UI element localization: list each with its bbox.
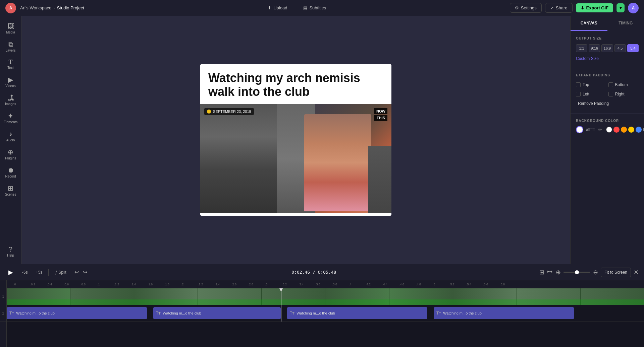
split-button[interactable]: ⧸ Split xyxy=(53,269,69,276)
text-clip-3[interactable]: Tᴛ Watching m...o the club xyxy=(287,307,427,319)
swatch-white[interactable] xyxy=(606,127,612,133)
swatch-yellow[interactable] xyxy=(628,127,634,133)
sidebar-label-elements: Elements xyxy=(4,120,18,124)
swatch-gray[interactable] xyxy=(643,127,644,133)
redo-button[interactable]: ↪ xyxy=(82,268,89,277)
text-clip-icon-3: Tᴛ xyxy=(290,311,294,316)
padding-top-button[interactable]: Top xyxy=(576,81,606,88)
expand-padding-section: EXPAND PADDING Top Bottom Left Right xyxy=(571,68,644,114)
sidebar-label-audio: Audio xyxy=(6,138,15,142)
workspace-name[interactable]: Ari's Workspace xyxy=(20,5,51,10)
text-clip-4[interactable]: Tᴛ Watching m...o the club xyxy=(434,307,574,319)
zoom-in-button[interactable]: ⊕ xyxy=(556,269,561,276)
zoom-out-button[interactable]: ⊖ xyxy=(593,269,598,276)
ruler-mark-58: :5.8 xyxy=(500,283,517,286)
swatch-blue[interactable] xyxy=(636,127,642,133)
remove-padding-label: Remove Padding xyxy=(578,101,609,106)
video-track xyxy=(7,288,644,305)
text-clip-1[interactable]: Tᴛ Watching m...o the club xyxy=(7,307,147,319)
size-9-16[interactable]: 9:16 xyxy=(589,44,600,52)
user-avatar[interactable]: A xyxy=(628,3,639,13)
fit-to-screen-button[interactable]: Fit to Screen xyxy=(601,268,631,277)
plugins-icon: ⊕ xyxy=(8,149,13,155)
zoom-slider[interactable] xyxy=(564,272,590,273)
zoom-grid-button[interactable]: ⊞ xyxy=(539,269,544,276)
media-icon: 🖼 xyxy=(7,23,14,29)
custom-size-button[interactable]: Custom Size xyxy=(576,55,599,62)
edit-color-icon[interactable]: ✏ xyxy=(598,127,602,132)
bg-color-title: BACKGROUND COLOR xyxy=(576,119,639,123)
size-1-1[interactable]: 1:1 xyxy=(576,44,587,52)
remove-padding-button[interactable]: Remove Padding xyxy=(576,99,609,108)
topbar: A Ari's Workspace › Studio Project ⬆ Upl… xyxy=(0,0,644,16)
skip-forward-button[interactable]: +5s xyxy=(34,269,45,276)
swatch-red[interactable] xyxy=(613,127,620,133)
tab-canvas[interactable]: CANVAS xyxy=(571,16,607,31)
settings-button[interactable]: ⚙ Settings xyxy=(510,3,542,13)
sidebar-item-videos[interactable]: ▶ Videos xyxy=(1,74,20,90)
date-dot xyxy=(207,110,211,114)
video-date-overlay: SEPTEMBER 23, 2019 xyxy=(204,108,254,115)
sidebar-item-plugins[interactable]: ⊕ Plugins xyxy=(1,146,20,163)
export-gif-button[interactable]: ⬇ Export GIF xyxy=(576,3,613,12)
project-name[interactable]: Studio Project xyxy=(57,5,84,10)
ruler-mark-46: :4.6 xyxy=(399,283,416,286)
color-swatches xyxy=(606,127,644,133)
timeline-ruler: :0 :0.2 :0.4 :0.6 :0.8 :1 :1.2 :1.4 :1.6… xyxy=(7,280,644,288)
color-row: #ffffff ✏ xyxy=(576,126,639,133)
text-clip-2[interactable]: Tᴛ Watching m...o the club xyxy=(153,307,281,319)
undo-button[interactable]: ↩ xyxy=(73,268,80,277)
sidebar-item-text[interactable]: T Text xyxy=(1,56,20,72)
track-content-area: :0 :0.2 :0.4 :0.6 :0.8 :1 :1.2 :1.4 :1.6… xyxy=(7,280,644,347)
video-date-text: SEPTEMBER 23, 2019 xyxy=(213,110,251,114)
subtitles-button[interactable]: ▤ Subtitles xyxy=(299,3,330,12)
playhead xyxy=(281,288,281,305)
sidebar-item-images[interactable]: 🏞 Images xyxy=(1,92,20,109)
canvas-wrapper: Watching my arch nemisis walk into the c… xyxy=(200,64,391,216)
sidebar-item-media[interactable]: 🖼 Media xyxy=(1,20,20,37)
export-dropdown-button[interactable]: ▾ xyxy=(616,3,625,12)
tab-timing[interactable]: TIMING xyxy=(607,16,644,31)
ruler-mark-22: :2.2 xyxy=(198,283,215,286)
share-button[interactable]: ↗ Share xyxy=(545,3,573,13)
waveform xyxy=(7,299,644,305)
right-panel: CANVAS TIMING OUTPUT SIZE 1:1 9:16 16:9 … xyxy=(570,16,644,264)
skip-back-button[interactable]: -5s xyxy=(20,269,30,276)
size-16-9[interactable]: 16:9 xyxy=(601,44,613,52)
ruler-mark-52: :5.2 xyxy=(449,283,466,286)
play-button[interactable]: ▶ xyxy=(5,267,16,278)
ruler-mark-42: :4.2 xyxy=(366,283,382,286)
active-color-swatch[interactable] xyxy=(576,126,583,133)
size-4-5[interactable]: 4:5 xyxy=(614,44,626,52)
swatch-orange[interactable] xyxy=(621,127,627,133)
close-timeline-button[interactable]: ✕ xyxy=(634,269,639,276)
sidebar-item-help[interactable]: ? Help xyxy=(1,243,20,260)
timeline-controls: ▶ -5s +5s ⧸ Split ↩ ↪ 0:02.46 / 0:05.48 … xyxy=(0,264,644,280)
sidebar-item-scenes[interactable]: ⊞ Scenes xyxy=(1,182,20,199)
ruler-mark-54: :5.4 xyxy=(466,283,483,286)
color-hex-value: #ffffff xyxy=(586,127,595,132)
output-size-section: OUTPUT SIZE 1:1 9:16 16:9 4:5 5:4 Custom… xyxy=(571,31,644,68)
subtitles-icon: ▤ xyxy=(303,5,307,10)
sidebar-item-elements[interactable]: ✦ Elements xyxy=(1,110,20,127)
sidebar-label-plugins: Plugins xyxy=(5,156,16,160)
upload-button[interactable]: ⬆ Upload xyxy=(264,3,291,12)
left-sidebar: 🖼 Media ⧉ Layers T Text ▶ Videos 🏞 Image… xyxy=(0,16,21,264)
ruler-mark-28: :2.8 xyxy=(248,283,265,286)
ruler-mark-5: :5 xyxy=(433,283,449,286)
video-track-bar[interactable] xyxy=(7,288,644,305)
padding-right-button[interactable]: Right xyxy=(608,90,639,98)
tag-now: NOW xyxy=(374,108,387,114)
ruler-mark-0: :0 xyxy=(13,283,30,286)
padding-bottom-button[interactable]: Bottom xyxy=(608,81,639,88)
record-icon: ⏺ xyxy=(7,167,14,174)
empty-track-area xyxy=(7,322,644,347)
zoom-split-button[interactable]: ⧿ xyxy=(547,269,553,276)
ruler-mark-04: :0.4 xyxy=(47,283,64,286)
sidebar-item-record[interactable]: ⏺ Record xyxy=(1,164,20,181)
padding-left-button[interactable]: Left xyxy=(576,90,606,98)
sidebar-label-layers: Layers xyxy=(5,49,15,52)
sidebar-item-layers[interactable]: ⧉ Layers xyxy=(1,38,20,55)
size-5-4[interactable]: 5:4 xyxy=(627,44,639,52)
sidebar-item-audio[interactable]: ♪ Audio xyxy=(1,128,20,145)
